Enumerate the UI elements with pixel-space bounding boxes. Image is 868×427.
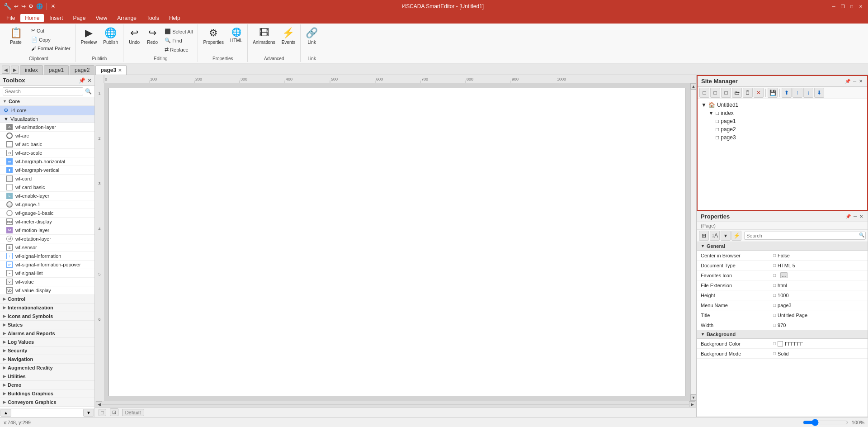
publish-button[interactable]: 🌐 Publish [101,25,120,52]
menu-item-view[interactable]: View [91,14,112,22]
site-manager-minimize[interactable]: ─ [852,78,857,84]
toolbar-icon-3[interactable]: ⚙ [28,3,33,9]
sm-btn-new-folder[interactable]: □ [721,88,731,98]
canvas-area[interactable] [108,88,685,396]
toolbox-search-icon[interactable]: 🔍 [85,88,92,95]
toolbox-category-conveyors[interactable]: ▶ Conveyors Graphics [0,398,94,407]
toolbox-scroll-up[interactable]: ▲ [0,409,11,417]
scroll-track-horizontal[interactable] [102,404,689,405]
props-search-input[interactable] [744,232,866,240]
fav-icon-more-btn[interactable]: ... [780,272,788,278]
toolbox-item-wf-meter-display[interactable]: ### wf-meter-display [0,218,94,226]
site-manager-pin[interactable]: 📌 [844,78,851,84]
tree-item-root[interactable]: ▼ 🏠 Untitled1 [699,101,865,109]
link-button[interactable]: 🔗 Link [303,25,320,52]
toolbox-item-wf-signal-information[interactable]: i wf-signal-information [0,252,94,261]
toolbox-item-wf-bargraph-horizontal[interactable]: ▬ wf-bargraph-horizontal [0,157,94,166]
toolbar-icon-4[interactable]: 🌐 [36,3,43,9]
toolbox-category-icons-symbols[interactable]: ▶ Icons and Symbols [0,312,94,321]
toolbox-item-wf-enable-layer[interactable]: L wf-enable-layer [0,192,94,200]
toolbox-category-internationalization[interactable]: ▶ Internationalization [0,304,94,312]
props-btn-grid[interactable]: ⊞ [699,231,709,241]
close-button[interactable]: ✕ [857,3,864,10]
toolbox-item-wf-arc-basic[interactable]: wf-arc-basic [0,140,94,149]
props-btn-sort[interactable]: ↕A [710,231,720,241]
sm-btn-save[interactable]: 💾 [768,88,778,98]
restore-button[interactable]: ❐ [839,3,846,10]
toolbox-item-wf-sensor[interactable]: S wf-sensor [0,243,94,252]
toolbox-category-security[interactable]: ▶ Security [0,346,94,355]
toolbox-item-wf-motion-layer[interactable]: M wf-motion-layer [0,226,94,235]
maximize-button[interactable]: □ [848,3,855,10]
toolbox-category-core[interactable]: ▼ Core [0,97,94,106]
events-button[interactable]: ⚡ Events [279,25,298,52]
toolbar-icon-5[interactable]: ☀ [51,3,56,9]
menu-item-arrange[interactable]: Arrange [113,14,141,22]
scroll-up-arrow[interactable]: ▲ [690,83,696,90]
html-button[interactable]: 🌐 HTML [228,25,245,52]
toolbox-category-ar[interactable]: ▶ Augmented Reality [0,364,94,372]
scroll-left-arrow[interactable]: ◀ [96,401,102,408]
properties-pin[interactable]: 📌 [844,214,852,219]
bg-color-swatch[interactable] [778,341,783,346]
canvas-default-button[interactable]: Default [122,409,144,416]
scroll-down-arrow[interactable]: ▼ [690,394,696,401]
toolbox-close-icon[interactable]: ✕ [87,77,92,84]
menu-item-home[interactable]: Home [20,14,44,22]
toolbox-item-wf-gauge-1-basic[interactable]: wf-gauge-1-basic [0,209,94,218]
tab-page2[interactable]: page2 [70,65,94,75]
preview-button[interactable]: ▶ Preview [79,25,99,52]
menu-item-file[interactable]: File [2,14,19,22]
toolbar-icon-2[interactable]: ↪ [21,3,26,9]
toolbox-item-wf-signal-information-popover[interactable]: iP wf-signal-information-popover [0,261,94,269]
toolbox-item-wf-gauge-1[interactable]: wf-gauge-1 [0,200,94,209]
sm-btn-move-up[interactable]: ↑ [793,88,802,98]
menu-item-insert[interactable]: Insert [45,14,67,22]
redo-button[interactable]: ↪ Redo [144,25,160,52]
toolbox-subcategory-visualization[interactable]: ▼ Visualization [0,115,94,123]
scroll-right-arrow[interactable]: ▶ [689,401,695,408]
toolbox-scroll-down[interactable]: ▼ [83,409,94,417]
find-button[interactable]: 🔍Find [162,36,195,45]
toolbox-pin-icon[interactable]: 📌 [79,77,85,84]
tab-page3[interactable]: page3 ✕ [95,65,127,75]
menu-item-help[interactable]: Help [165,14,185,22]
canvas-scrollbar-vertical[interactable]: ▲ ▼ [690,83,696,401]
toolbox-item-wf-arc-scale[interactable]: ⊙ wf-arc-scale [0,149,94,157]
tab-index[interactable]: index [20,65,43,75]
sm-btn-move-down[interactable]: ↓ [803,88,813,98]
format-painter-button[interactable]: 🖌Format Painter [29,44,73,52]
properties-button[interactable]: ⚙ Properties [201,25,226,52]
tree-item-page3[interactable]: □ page3 [714,133,865,142]
properties-close[interactable]: ✕ [859,214,864,219]
site-manager-close[interactable]: ✕ [858,78,863,84]
toolbox-category-utilities[interactable]: ▶ Utilities [0,372,94,381]
paste-button[interactable]: 📋 Paste [5,25,27,52]
toolbox-item-wf-animation-layer[interactable]: A wf-animation-layer [0,123,94,132]
tree-item-page1[interactable]: □ page1 [714,117,865,125]
toolbox-category-alarms[interactable]: ▶ Alarms and Reports [0,329,94,338]
toolbox-item-i4core[interactable]: ⚙ i4-core [0,106,94,115]
copy-button[interactable]: 📄Copy [29,35,73,44]
canvas-bottom-icon1[interactable]: □ [99,409,106,416]
scroll-track-vertical[interactable] [690,90,696,394]
toolbox-category-navigation[interactable]: ▶ Navigation [0,355,94,364]
toolbox-item-wf-rotation-layer[interactable]: ↺ wf-rotation-layer [0,235,94,243]
minimize-button[interactable]: ─ [830,3,837,10]
tab-nav-next[interactable]: ▶ [11,66,19,74]
canvas-scrollbar-horizontal[interactable]: ◀ ▶ [95,401,696,407]
props-btn-lightning[interactable]: ⚡ [731,231,741,241]
cut-button[interactable]: ✂Cut [29,26,73,35]
tab-page1[interactable]: page1 [44,65,69,75]
canvas-bottom-icon2[interactable]: ⊡ [110,408,118,416]
select-all-button[interactable]: ⬛Select All [162,27,195,36]
toolbox-category-control[interactable]: ▶ Control [0,295,94,304]
properties-minimize[interactable]: ─ [853,214,858,219]
toolbar-icon-1[interactable]: ↩ [14,3,19,9]
toolbox-item-wf-bargraph-vertical[interactable]: ▮ wf-bargraph-vertical [0,166,94,175]
replace-button[interactable]: ⇄Replace [162,45,195,54]
sm-btn-new-child[interactable]: □ [710,88,720,98]
animations-button[interactable]: 🎞 Animations [250,25,277,52]
menu-item-tools[interactable]: Tools [142,14,164,22]
props-btn-filter[interactable]: ▾ [721,231,731,241]
